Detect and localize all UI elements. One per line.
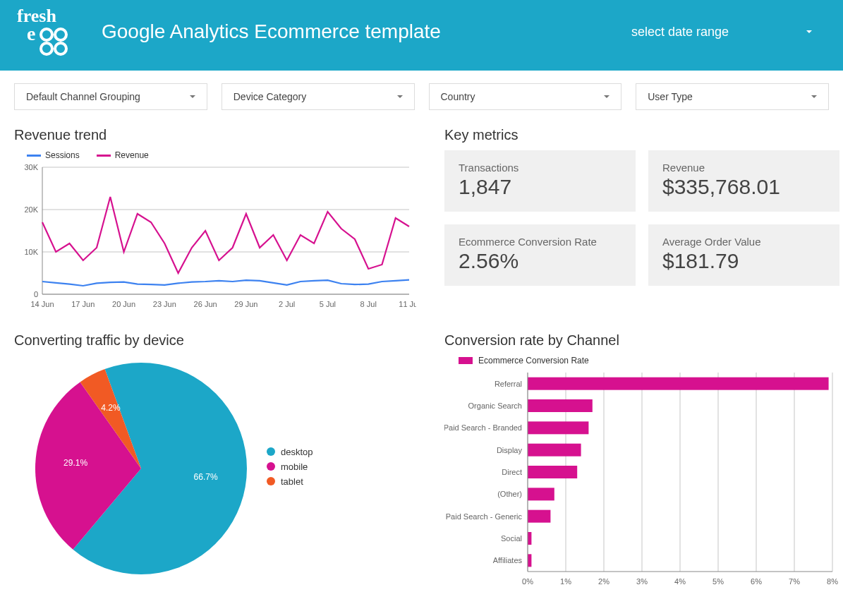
caret-down-icon bbox=[190, 95, 195, 98]
svg-text:5 Jul: 5 Jul bbox=[320, 300, 336, 308]
svg-text:Direct: Direct bbox=[502, 468, 522, 476]
legend-swatch-tablet bbox=[267, 477, 275, 485]
metric-label: Average Order Value bbox=[662, 236, 825, 248]
svg-text:Paid Search - Branded: Paid Search - Branded bbox=[444, 423, 522, 432]
brand-logo: fresh e bbox=[17, 4, 80, 60]
metric-label: Revenue bbox=[662, 162, 825, 174]
svg-rect-54 bbox=[528, 444, 581, 457]
svg-text:4%: 4% bbox=[674, 577, 686, 586]
svg-text:Paid Search - Generic: Paid Search - Generic bbox=[446, 512, 523, 521]
legend-label: tablet bbox=[281, 476, 303, 487]
date-range-select[interactable]: select date range bbox=[631, 25, 826, 40]
svg-point-5 bbox=[55, 43, 66, 54]
svg-text:(Other): (Other) bbox=[497, 490, 522, 498]
svg-text:3%: 3% bbox=[636, 577, 648, 586]
svg-text:4.2%: 4.2% bbox=[101, 403, 121, 413]
metric-value: 2.56% bbox=[459, 249, 621, 273]
section-title: Conversion rate by Channel bbox=[444, 332, 839, 349]
metric-revenue: Revenue $335,768.01 bbox=[648, 150, 839, 212]
svg-text:20K: 20K bbox=[24, 205, 38, 214]
revenue-trend-chart: 010K20K30K14 Jun17 Jun20 Jun23 Jun26 Jun… bbox=[14, 163, 416, 311]
section-title: Revenue trend bbox=[14, 127, 416, 143]
legend-label: Sessions bbox=[45, 150, 80, 160]
line-chart-legend: Sessions Revenue bbox=[27, 150, 416, 160]
svg-text:10K: 10K bbox=[24, 248, 38, 256]
metric-value: 1,847 bbox=[459, 175, 621, 199]
svg-text:Social: Social bbox=[501, 534, 522, 543]
svg-text:20 Jun: 20 Jun bbox=[112, 300, 135, 308]
converting-traffic-panel: Converting traffic by device 66.7%29.1%4… bbox=[14, 332, 416, 588]
svg-text:0: 0 bbox=[34, 290, 38, 298]
metric-label: Transactions bbox=[459, 162, 621, 174]
section-title: Converting traffic by device bbox=[14, 332, 416, 349]
channel-bar-chart: 0%1%2%3%4%5%6%7%8%ReferralOrganic Search… bbox=[444, 370, 839, 588]
caret-down-icon bbox=[806, 30, 812, 33]
svg-text:7%: 7% bbox=[789, 577, 800, 586]
legend-swatch-sessions bbox=[27, 155, 41, 157]
svg-text:29.1%: 29.1% bbox=[63, 458, 87, 468]
metric-value: $335,768.01 bbox=[662, 175, 825, 199]
filter-channel-grouping[interactable]: Default Channel Grouping bbox=[14, 83, 207, 110]
conversion-channel-panel: Conversion rate by Channel Ecommerce Con… bbox=[444, 332, 839, 588]
metric-conversion-rate: Ecommerce Conversion Rate 2.56% bbox=[444, 224, 636, 286]
pie-legend: desktop mobile tablet bbox=[267, 447, 313, 491]
svg-rect-62 bbox=[528, 532, 531, 545]
revenue-trend-panel: Revenue trend Sessions Revenue 010K20K30… bbox=[14, 127, 416, 311]
svg-text:Referral: Referral bbox=[495, 380, 522, 388]
caret-down-icon bbox=[604, 95, 609, 98]
svg-rect-58 bbox=[528, 488, 554, 500]
legend-swatch-bar bbox=[459, 357, 473, 364]
legend-swatch-mobile bbox=[267, 462, 275, 471]
svg-text:8 Jul: 8 Jul bbox=[360, 300, 377, 308]
svg-text:0%: 0% bbox=[522, 577, 533, 586]
svg-text:17 Jun: 17 Jun bbox=[71, 300, 95, 308]
svg-text:1%: 1% bbox=[560, 577, 571, 586]
svg-text:23 Jun: 23 Jun bbox=[153, 300, 176, 308]
filter-device-category[interactable]: Device Category bbox=[222, 83, 415, 110]
svg-rect-48 bbox=[528, 378, 829, 390]
filter-bar: Default Channel Grouping Device Category… bbox=[0, 71, 843, 110]
svg-point-2 bbox=[41, 29, 52, 40]
svg-text:fresh: fresh bbox=[17, 6, 56, 26]
svg-text:26 Jun: 26 Jun bbox=[194, 300, 217, 308]
legend-label: mobile bbox=[281, 461, 308, 472]
svg-text:30K: 30K bbox=[24, 163, 38, 171]
svg-text:Affiliates: Affiliates bbox=[493, 556, 523, 564]
svg-point-3 bbox=[55, 29, 66, 40]
svg-text:11 Jul: 11 Jul bbox=[399, 300, 416, 308]
section-title: Key metrics bbox=[444, 127, 839, 143]
legend-swatch-desktop bbox=[267, 447, 275, 456]
metric-label: Ecommerce Conversion Rate bbox=[459, 236, 621, 248]
main-grid: Revenue trend Sessions Revenue 010K20K30… bbox=[0, 110, 843, 603]
metric-value: $181.79 bbox=[662, 249, 825, 273]
bar-legend: Ecommerce Conversion Rate bbox=[459, 356, 839, 366]
svg-text:29 Jun: 29 Jun bbox=[234, 300, 257, 308]
legend-label: Revenue bbox=[115, 150, 149, 160]
key-metrics-panel: Key metrics Transactions 1,847 Revenue $… bbox=[444, 127, 839, 311]
svg-text:14 Jun: 14 Jun bbox=[30, 300, 54, 308]
svg-text:66.7%: 66.7% bbox=[194, 472, 218, 482]
filter-country[interactable]: Country bbox=[429, 83, 622, 110]
legend-label: desktop bbox=[281, 447, 313, 457]
legend-label: Ecommerce Conversion Rate bbox=[478, 356, 589, 366]
filter-label: Country bbox=[441, 91, 475, 102]
svg-point-4 bbox=[41, 43, 52, 54]
filter-label: Default Channel Grouping bbox=[26, 91, 140, 102]
svg-rect-64 bbox=[528, 554, 531, 567]
metric-aov: Average Order Value $181.79 bbox=[648, 224, 839, 286]
svg-text:6%: 6% bbox=[751, 577, 762, 586]
filter-user-type[interactable]: User Type bbox=[636, 83, 829, 110]
svg-text:e: e bbox=[27, 23, 35, 44]
svg-rect-60 bbox=[528, 510, 550, 523]
svg-text:8%: 8% bbox=[827, 577, 838, 586]
svg-rect-52 bbox=[528, 421, 588, 434]
svg-text:2 Jul: 2 Jul bbox=[279, 300, 295, 308]
caret-down-icon bbox=[811, 95, 817, 98]
svg-text:Organic Search: Organic Search bbox=[468, 401, 522, 410]
date-range-label: select date range bbox=[631, 25, 729, 40]
svg-rect-50 bbox=[528, 399, 593, 412]
page-title: Google Analytics Ecommerce template bbox=[102, 20, 631, 43]
header: fresh e Google Analytics Ecommerce templ… bbox=[0, 0, 843, 71]
metric-transactions: Transactions 1,847 bbox=[444, 150, 636, 212]
filter-label: User Type bbox=[648, 91, 693, 102]
